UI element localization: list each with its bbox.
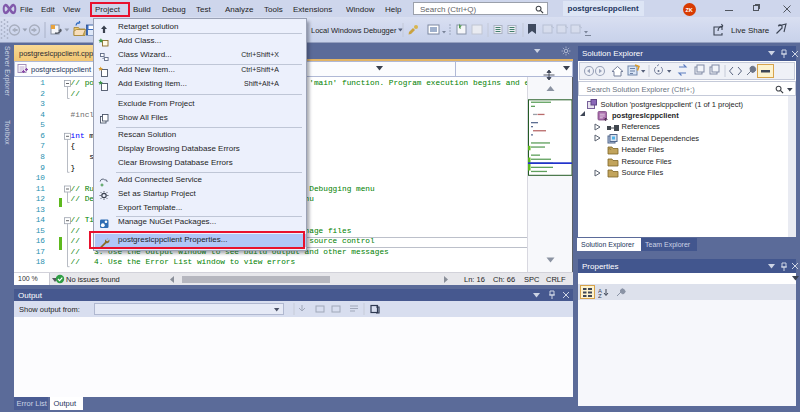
svg-text:Z: Z (598, 293, 602, 298)
svg-text:Local Windows Debugger: Local Windows Debugger (311, 26, 397, 35)
svg-text:Live Share: Live Share (731, 26, 770, 35)
